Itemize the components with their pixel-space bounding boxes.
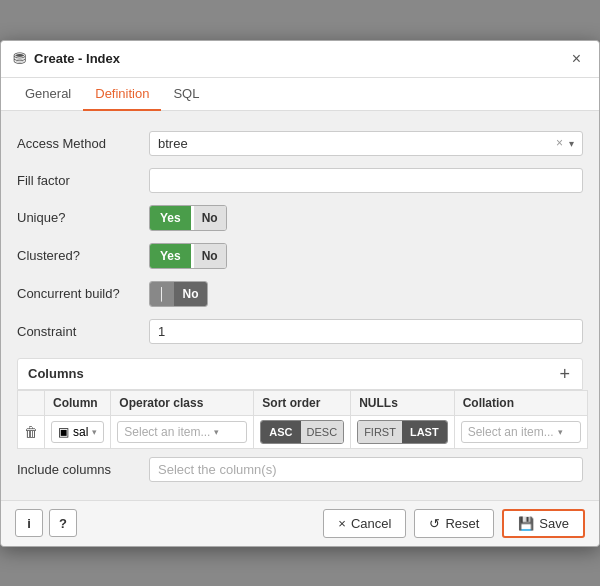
tab-bar: General Definition SQL [1, 78, 599, 111]
row-sort-cell: ASC DESC [254, 415, 351, 448]
concurrent-toggle[interactable]: │ No [149, 281, 208, 307]
access-method-clear[interactable]: × [556, 136, 563, 150]
clustered-yes[interactable]: Yes [150, 244, 191, 268]
sort-desc[interactable]: DESC [301, 421, 344, 443]
help-button[interactable]: ? [49, 509, 77, 537]
dialog-titlebar: ⛃ Create - Index × [1, 41, 599, 78]
col-header-sort: Sort order [254, 390, 351, 415]
save-icon: 💾 [518, 516, 534, 531]
unique-wrap: Yes No [149, 205, 583, 231]
save-button[interactable]: 💾 Save [502, 509, 585, 538]
constraint-row: Constraint [17, 313, 583, 350]
cancel-icon: × [338, 516, 346, 531]
delete-row-button[interactable]: 🗑 [24, 424, 38, 440]
column-value: sal [73, 425, 88, 439]
unique-row: Unique? Yes No [17, 199, 583, 237]
unique-yes[interactable]: Yes [150, 206, 191, 230]
cancel-label: Cancel [351, 516, 391, 531]
col-header-nulls: NULLs [351, 390, 455, 415]
include-columns-label: Include columns [17, 462, 137, 477]
clustered-label: Clustered? [17, 248, 137, 263]
access-method-row: Access Method btree × ▾ [17, 125, 583, 162]
reset-icon: ↺ [429, 516, 440, 531]
constraint-wrap [149, 319, 583, 344]
info-button[interactable]: i [15, 509, 43, 537]
columns-section-header: Columns + [17, 358, 583, 390]
columns-title: Columns [28, 366, 84, 381]
row-collation-cell: Select an item... ▾ [454, 415, 587, 448]
operator-arrow: ▾ [214, 427, 219, 437]
access-method-label: Access Method [17, 136, 137, 151]
table-row: 🗑 ▣ sal ▾ Select an item... ▾ [18, 415, 588, 448]
save-label: Save [539, 516, 569, 531]
fill-factor-input[interactable] [149, 168, 583, 193]
dialog-title: Create - Index [34, 51, 120, 66]
include-columns-placeholder: Select the column(s) [158, 462, 277, 477]
clustered-wrap: Yes No [149, 243, 583, 269]
tab-definition[interactable]: Definition [83, 78, 161, 111]
clustered-toggle[interactable]: Yes No [149, 243, 227, 269]
row-nulls-cell: FIRST LAST [351, 415, 455, 448]
column-icon: ▣ [58, 425, 69, 439]
concurrent-handle-left: │ [150, 282, 175, 306]
reset-label: Reset [445, 516, 479, 531]
clustered-row: Clustered? Yes No [17, 237, 583, 275]
constraint-label: Constraint [17, 324, 137, 339]
nulls-last[interactable]: LAST [402, 421, 447, 443]
include-columns-row: Include columns Select the column(s) [17, 449, 583, 486]
title-left: ⛃ Create - Index [13, 49, 120, 68]
access-method-select[interactable]: btree × ▾ [149, 131, 583, 156]
columns-table: Column Operator class Sort order NULLs C… [17, 390, 588, 449]
nulls-first[interactable]: FIRST [358, 421, 402, 443]
include-columns-select[interactable]: Select the column(s) [149, 457, 583, 482]
cancel-button[interactable]: × Cancel [323, 509, 406, 538]
collation-arrow: ▾ [558, 427, 563, 437]
sort-asc[interactable]: ASC [261, 421, 300, 443]
concurrent-row: Concurrent build? │ No [17, 275, 583, 313]
concurrent-no[interactable]: No [175, 282, 207, 306]
constraint-input[interactable] [149, 319, 583, 344]
dialog-icon: ⛃ [13, 49, 26, 68]
row-column-cell: ▣ sal ▾ [45, 415, 111, 448]
close-button[interactable]: × [566, 49, 587, 69]
col-header-operator: Operator class [111, 390, 254, 415]
reset-button[interactable]: ↺ Reset [414, 509, 494, 538]
sort-toggle[interactable]: ASC DESC [260, 420, 344, 444]
dialog-body: Access Method btree × ▾ Fill factor Uniq… [1, 111, 599, 500]
collation-placeholder: Select an item... [468, 425, 554, 439]
operator-placeholder: Select an item... [124, 425, 210, 439]
row-operator-cell: Select an item... ▾ [111, 415, 254, 448]
tab-general[interactable]: General [13, 78, 83, 111]
unique-no[interactable]: No [194, 206, 226, 230]
footer-right: × Cancel ↺ Reset 💾 Save [323, 509, 585, 538]
col-header-column: Column [45, 390, 111, 415]
add-column-button[interactable]: + [557, 365, 572, 383]
column-select[interactable]: ▣ sal ▾ [51, 421, 104, 443]
unique-toggle[interactable]: Yes No [149, 205, 227, 231]
row-delete-cell: 🗑 [18, 415, 45, 448]
unique-label: Unique? [17, 210, 137, 225]
concurrent-label: Concurrent build? [17, 286, 137, 301]
access-method-value: btree [158, 136, 550, 151]
access-method-wrap: btree × ▾ [149, 131, 583, 156]
footer-left: i ? [15, 509, 77, 537]
col-header-collation: Collation [454, 390, 587, 415]
fill-factor-row: Fill factor [17, 162, 583, 199]
nulls-toggle[interactable]: FIRST LAST [357, 420, 448, 444]
fill-factor-label: Fill factor [17, 173, 137, 188]
operator-select[interactable]: Select an item... ▾ [117, 421, 247, 443]
create-index-dialog: ⛃ Create - Index × General Definition SQ… [0, 40, 600, 547]
concurrent-wrap: │ No [149, 281, 583, 307]
collation-select[interactable]: Select an item... ▾ [461, 421, 581, 443]
fill-factor-wrap [149, 168, 583, 193]
clustered-no[interactable]: No [194, 244, 226, 268]
dialog-footer: i ? × Cancel ↺ Reset 💾 Save [1, 500, 599, 546]
col-header-delete [18, 390, 45, 415]
tab-sql[interactable]: SQL [161, 78, 211, 111]
column-arrow: ▾ [92, 427, 97, 437]
access-method-arrow[interactable]: ▾ [569, 138, 574, 149]
